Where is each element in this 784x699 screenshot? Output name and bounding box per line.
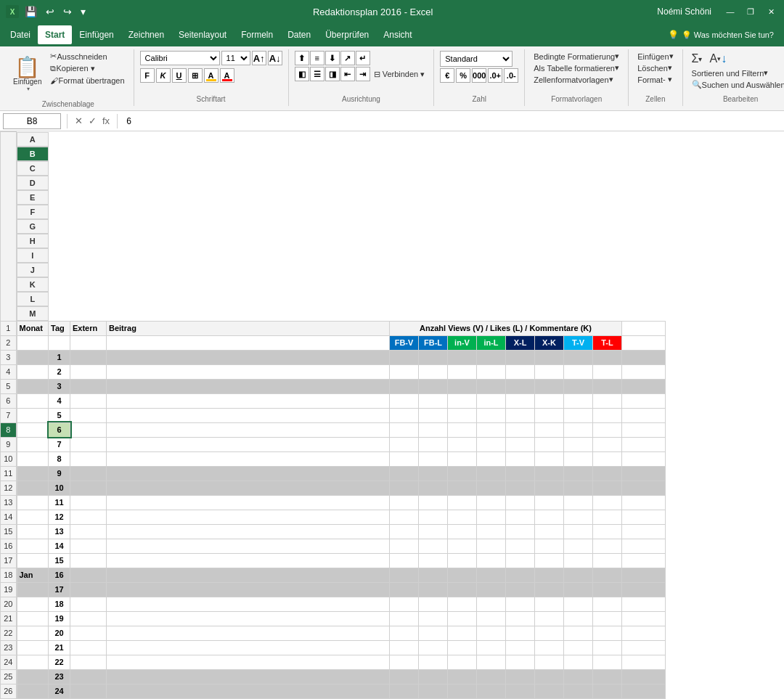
cell-g6[interactable] bbox=[448, 393, 477, 408]
row-num-7[interactable]: 7 bbox=[1, 408, 17, 422]
cell-f19[interactable] bbox=[419, 582, 448, 597]
cell-l9[interactable] bbox=[593, 437, 622, 451]
cell-c22[interactable] bbox=[70, 626, 107, 640]
cell-k18[interactable] bbox=[564, 568, 593, 582]
menu-formeln[interactable]: Formeln bbox=[234, 25, 280, 44]
cell-f5[interactable] bbox=[419, 379, 448, 393]
menu-ueberpruefen[interactable]: Überprüfen bbox=[318, 25, 376, 44]
cell-a25[interactable] bbox=[17, 669, 49, 684]
restore-button[interactable]: ❐ bbox=[743, 6, 758, 17]
indent-increase-button[interactable]: ⇥ bbox=[356, 67, 370, 81]
increase-decimal-button[interactable]: .0+ bbox=[488, 68, 502, 83]
cell-i23[interactable] bbox=[506, 640, 535, 655]
cell-c23[interactable] bbox=[70, 640, 107, 655]
cell-g9[interactable] bbox=[448, 437, 477, 451]
menu-start[interactable]: Start bbox=[38, 25, 72, 44]
cell-h20[interactable] bbox=[477, 597, 506, 611]
cell-k26[interactable] bbox=[564, 684, 593, 698]
cell-e13[interactable] bbox=[390, 495, 419, 510]
autosum-button[interactable]: Σ ▾ bbox=[689, 51, 706, 67]
font-color-button[interactable]: A bbox=[220, 68, 234, 83]
cell-j4[interactable] bbox=[535, 364, 564, 379]
number-format-select[interactable]: Standard bbox=[440, 51, 513, 67]
cell-b15[interactable]: 13 bbox=[49, 524, 70, 539]
cell-l18[interactable] bbox=[593, 568, 622, 582]
cell-l16[interactable] bbox=[593, 539, 622, 553]
cell-d25[interactable] bbox=[107, 669, 390, 684]
cell-m1[interactable] bbox=[622, 321, 666, 335]
cell-b19[interactable]: 17 bbox=[49, 582, 70, 597]
row-num-25[interactable]: 25 bbox=[1, 669, 17, 684]
cell-m14[interactable] bbox=[622, 510, 666, 524]
menu-daten[interactable]: Daten bbox=[280, 25, 318, 44]
cell-b16[interactable]: 14 bbox=[49, 539, 70, 553]
cell-a4[interactable] bbox=[17, 364, 49, 379]
cell-j15[interactable] bbox=[535, 524, 564, 539]
orientation-button[interactable]: ↗ bbox=[340, 51, 355, 65]
cell-j21[interactable] bbox=[535, 611, 564, 626]
cell-reference-input[interactable] bbox=[3, 113, 61, 129]
formula-input[interactable] bbox=[123, 113, 781, 129]
cell-i5[interactable] bbox=[506, 379, 535, 393]
cell-g8[interactable] bbox=[448, 422, 477, 437]
cell-e9[interactable] bbox=[390, 437, 419, 451]
cell-i13[interactable] bbox=[506, 495, 535, 510]
cell-b3[interactable]: 1 bbox=[49, 350, 70, 364]
cell-m11[interactable] bbox=[622, 466, 666, 481]
cell-g10[interactable] bbox=[448, 451, 477, 466]
cell-d13[interactable] bbox=[107, 495, 390, 510]
row-num-19[interactable]: 19 bbox=[1, 582, 17, 597]
bold-button[interactable]: F bbox=[140, 68, 155, 83]
cell-g18[interactable] bbox=[448, 568, 477, 582]
cell-e17[interactable] bbox=[390, 553, 419, 568]
cell-d14[interactable] bbox=[107, 510, 390, 524]
col-header-f[interactable]: F bbox=[17, 205, 49, 219]
col-header-l[interactable]: L bbox=[17, 292, 49, 306]
cell-a1[interactable]: Monat bbox=[17, 321, 49, 335]
cell-h6[interactable] bbox=[477, 393, 506, 408]
border-button[interactable]: ⊞ bbox=[188, 68, 203, 83]
cell-e11[interactable] bbox=[390, 466, 419, 481]
cell-i7[interactable] bbox=[506, 408, 535, 422]
cell-l11[interactable] bbox=[593, 466, 622, 481]
cell-i12[interactable] bbox=[506, 481, 535, 495]
find-select-button[interactable]: 🔍 Suchen und Auswählen ▾ bbox=[689, 79, 784, 90]
cell-g15[interactable] bbox=[448, 524, 477, 539]
cell-l3[interactable] bbox=[593, 350, 622, 364]
fill-button[interactable]: A▾↓ bbox=[706, 51, 730, 67]
cell-c14[interactable] bbox=[70, 510, 107, 524]
cell-c4[interactable] bbox=[70, 364, 107, 379]
cell-k8[interactable] bbox=[564, 422, 593, 437]
cell-m3[interactable] bbox=[622, 350, 666, 364]
cell-h9[interactable] bbox=[477, 437, 506, 451]
cell-e5[interactable] bbox=[390, 379, 419, 393]
cell-c19[interactable] bbox=[70, 582, 107, 597]
align-right-button[interactable]: ◨ bbox=[325, 67, 340, 81]
cell-m7[interactable] bbox=[622, 408, 666, 422]
cell-l4[interactable] bbox=[593, 364, 622, 379]
cell-f3[interactable] bbox=[419, 350, 448, 364]
cell-m9[interactable] bbox=[622, 437, 666, 451]
cell-k4[interactable] bbox=[564, 364, 593, 379]
thousand-sep-button[interactable]: 000 bbox=[472, 68, 486, 83]
cell-h2[interactable]: in-L bbox=[477, 335, 506, 350]
cell-c21[interactable] bbox=[70, 611, 107, 626]
cell-i16[interactable] bbox=[506, 539, 535, 553]
cell-k6[interactable] bbox=[564, 393, 593, 408]
col-header-k[interactable]: K bbox=[17, 277, 49, 292]
cell-j17[interactable] bbox=[535, 553, 564, 568]
row-num-6[interactable]: 6 bbox=[1, 393, 17, 408]
insert-cells-button[interactable]: Einfügen ▾ bbox=[634, 51, 676, 62]
cell-a15[interactable] bbox=[17, 524, 49, 539]
cell-c24[interactable] bbox=[70, 655, 107, 669]
cell-d21[interactable] bbox=[107, 611, 390, 626]
cell-j23[interactable] bbox=[535, 640, 564, 655]
cell-k12[interactable] bbox=[564, 481, 593, 495]
cut-button[interactable]: ✂ Ausschneiden bbox=[47, 51, 127, 62]
cell-k25[interactable] bbox=[564, 669, 593, 684]
cell-c8[interactable] bbox=[70, 422, 107, 437]
cell-a2[interactable] bbox=[17, 335, 49, 350]
cell-a18[interactable]: Jan bbox=[17, 568, 49, 582]
merge-button[interactable]: ⊟ Verbinden ▾ bbox=[371, 67, 428, 81]
cell-k22[interactable] bbox=[564, 626, 593, 640]
